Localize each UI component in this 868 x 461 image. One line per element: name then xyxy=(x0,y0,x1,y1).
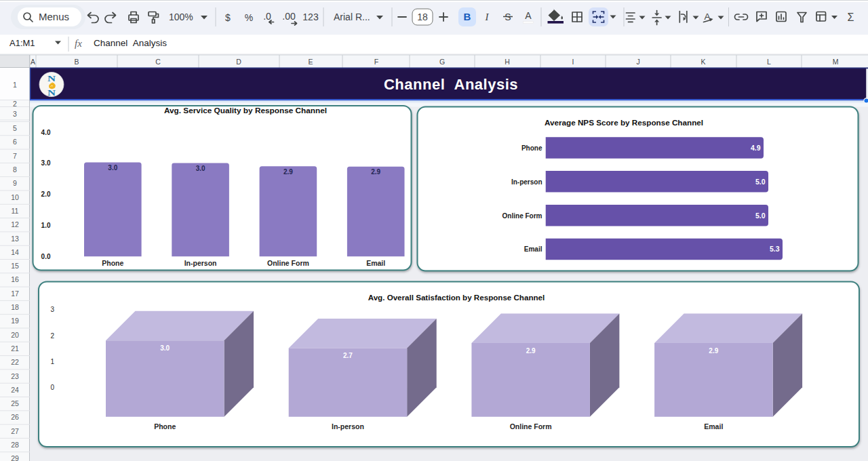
svg-text:3.0: 3.0 xyxy=(196,165,205,172)
svg-text:2.0: 2.0 xyxy=(41,191,51,198)
svg-text:3.0: 3.0 xyxy=(41,159,51,167)
svg-text:Channel Analysis: Channel Analysis xyxy=(94,38,167,48)
svg-text:1: 1 xyxy=(13,81,17,89)
svg-text:B: B xyxy=(74,58,79,66)
svg-text:Email: Email xyxy=(704,422,723,430)
svg-text:18: 18 xyxy=(417,12,428,22)
svg-text:4.0: 4.0 xyxy=(41,129,51,136)
svg-text:28: 28 xyxy=(11,441,19,449)
svg-text:8: 8 xyxy=(13,165,17,174)
svg-text:20: 20 xyxy=(11,331,19,339)
svg-text:2.9: 2.9 xyxy=(283,168,293,176)
svg-text:.0: .0 xyxy=(263,11,271,22)
svg-text:Online Form: Online Form xyxy=(502,212,542,220)
svg-text:2.9: 2.9 xyxy=(371,168,380,176)
svg-text:I: I xyxy=(572,58,574,66)
svg-text:17: 17 xyxy=(11,289,19,298)
svg-text:In-person: In-person xyxy=(332,422,364,430)
svg-text:A1:M1: A1:M1 xyxy=(9,38,35,48)
svg-text:.00: .00 xyxy=(282,11,296,22)
svg-text:In-person: In-person xyxy=(184,259,217,267)
svg-text:1: 1 xyxy=(50,358,54,365)
svg-text:1.0: 1.0 xyxy=(41,222,51,229)
svg-text:15: 15 xyxy=(11,262,19,270)
svg-text:3: 3 xyxy=(13,110,17,118)
svg-text:Phone: Phone xyxy=(102,259,123,267)
svg-text:5.0: 5.0 xyxy=(755,212,766,220)
svg-text:10: 10 xyxy=(11,193,19,201)
svg-text:B: B xyxy=(464,11,471,22)
svg-text:4.9: 4.9 xyxy=(751,144,761,152)
svg-text:Σ: Σ xyxy=(848,12,854,23)
svg-text:9: 9 xyxy=(13,179,17,187)
svg-text:$: $ xyxy=(225,12,231,23)
svg-text:18: 18 xyxy=(11,303,19,311)
svg-text:2.7: 2.7 xyxy=(343,352,353,359)
svg-text:Avg. Service Quality by Respon: Avg. Service Quality by Response Channel xyxy=(164,106,327,115)
svg-text:Online Form: Online Form xyxy=(267,259,309,267)
svg-text:C: C xyxy=(155,58,161,66)
svg-text:fx: fx xyxy=(75,38,82,49)
svg-text:6: 6 xyxy=(13,138,17,146)
svg-text:A: A xyxy=(31,58,35,66)
svg-text:26: 26 xyxy=(11,413,19,421)
svg-text:M: M xyxy=(833,58,839,66)
svg-text:Arial R...: Arial R... xyxy=(334,12,370,22)
svg-text:5: 5 xyxy=(13,124,17,132)
svg-text:2.9: 2.9 xyxy=(526,347,536,355)
svg-text:2: 2 xyxy=(50,332,54,340)
svg-text:23: 23 xyxy=(11,372,19,380)
svg-text:J: J xyxy=(636,58,639,66)
svg-text:E: E xyxy=(308,58,313,66)
svg-text:In-person: In-person xyxy=(511,178,542,186)
svg-text:14: 14 xyxy=(11,248,19,256)
svg-text:13: 13 xyxy=(11,235,19,243)
svg-text:A: A xyxy=(525,10,532,21)
svg-text:123: 123 xyxy=(302,12,319,22)
svg-text:Email: Email xyxy=(524,245,542,253)
svg-text:N: N xyxy=(47,88,56,97)
svg-text:0: 0 xyxy=(50,384,54,391)
svg-text:25: 25 xyxy=(11,399,19,407)
svg-text:Channel Analysis: Channel Analysis xyxy=(384,76,518,93)
svg-text:K: K xyxy=(701,58,705,66)
svg-text:Phone: Phone xyxy=(154,422,176,430)
svg-text:19: 19 xyxy=(11,317,19,325)
svg-text:16: 16 xyxy=(11,275,19,283)
svg-text:F: F xyxy=(374,58,378,66)
svg-text:Avg. Overall Satisfaction by R: Avg. Overall Satisfaction by Response Ch… xyxy=(368,293,545,302)
svg-text:H: H xyxy=(505,58,510,66)
svg-text:11: 11 xyxy=(12,207,19,215)
svg-text:D: D xyxy=(236,58,241,66)
svg-text:3.0: 3.0 xyxy=(160,344,170,352)
svg-text:Phone: Phone xyxy=(521,144,542,152)
svg-text:5.3: 5.3 xyxy=(770,245,780,253)
svg-text:24: 24 xyxy=(11,386,19,394)
svg-text:Average NPS Score by Response: Average NPS Score by Response Channel xyxy=(545,118,703,127)
svg-text:100%: 100% xyxy=(169,12,193,22)
svg-text:12: 12 xyxy=(11,220,19,228)
svg-text:N: N xyxy=(47,75,56,83)
svg-text:L: L xyxy=(767,58,771,66)
svg-text:G: G xyxy=(439,58,445,66)
svg-text:3: 3 xyxy=(50,306,54,313)
svg-text:%: % xyxy=(245,12,253,23)
svg-text:22: 22 xyxy=(11,358,19,366)
svg-text:2.9: 2.9 xyxy=(709,347,718,355)
svg-text:29: 29 xyxy=(11,454,19,461)
svg-text:5.0: 5.0 xyxy=(755,178,766,186)
svg-text:Email: Email xyxy=(366,259,385,267)
svg-text:0.0: 0.0 xyxy=(41,253,51,260)
svg-text:7: 7 xyxy=(13,152,17,160)
svg-text:Menus: Menus xyxy=(39,11,69,22)
svg-text:27: 27 xyxy=(11,427,19,435)
svg-text:2: 2 xyxy=(13,100,17,108)
svg-text:Online Form: Online Form xyxy=(510,422,552,430)
svg-text:21: 21 xyxy=(11,344,19,353)
svg-text:3.0: 3.0 xyxy=(108,164,117,172)
svg-text:I: I xyxy=(485,12,490,22)
